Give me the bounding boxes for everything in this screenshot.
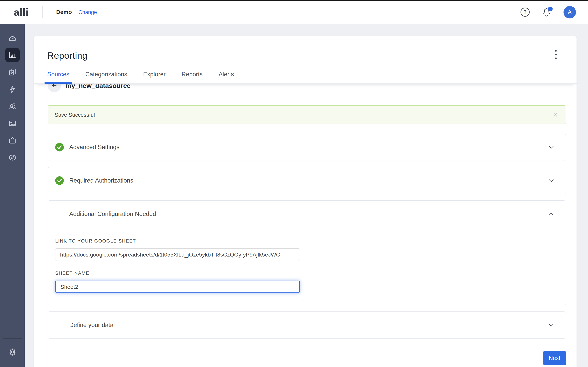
chevron-up-icon bbox=[548, 210, 555, 218]
reporting-card: Reporting Sources Categorizations Explor… bbox=[34, 36, 577, 367]
bar-chart-icon bbox=[8, 50, 17, 59]
client-switcher: Demo Change bbox=[56, 9, 97, 15]
alert-message: Save Successful bbox=[55, 112, 95, 118]
kebab-menu-button[interactable] bbox=[554, 49, 558, 60]
avatar[interactable]: A bbox=[563, 6, 576, 18]
sidebar-item-audiences[interactable] bbox=[5, 99, 20, 113]
sidebar-item-commerce[interactable] bbox=[5, 133, 20, 148]
accordion-title: Additional Configuration Needed bbox=[69, 210, 156, 217]
topbar-actions: ? A bbox=[520, 6, 588, 18]
check-circle-icon bbox=[55, 176, 64, 185]
accordion-title: Define your data bbox=[69, 322, 113, 329]
check-circle-icon bbox=[55, 143, 64, 151]
tab-explorer[interactable]: Explorer bbox=[143, 71, 165, 83]
field-google-sheet-link: LINK TO YOUR GOOGLE SHEET bbox=[55, 238, 558, 261]
tab-sources[interactable]: Sources bbox=[47, 71, 69, 83]
accordion-advanced-settings: Advanced Settings bbox=[48, 133, 566, 161]
sheet-name-input[interactable] bbox=[55, 281, 300, 293]
sidebar-item-activations[interactable] bbox=[5, 82, 20, 96]
chevron-down-icon bbox=[548, 321, 555, 329]
configuration-form: LINK TO YOUR GOOGLE SHEET SHEET NAME bbox=[48, 227, 566, 305]
sidebar-item-planning[interactable] bbox=[5, 150, 20, 165]
image-icon bbox=[8, 119, 17, 128]
clipboard-check-icon bbox=[8, 67, 17, 76]
sidebar-footer bbox=[0, 338, 25, 367]
sidebar-item-reporting[interactable] bbox=[5, 48, 20, 62]
accordion-header[interactable]: Additional Configuration Needed bbox=[48, 200, 566, 227]
next-button[interactable]: Next bbox=[543, 351, 566, 365]
accordion-title: Required Authorizations bbox=[69, 177, 133, 184]
top-bar: alli Demo Change ? A bbox=[0, 0, 588, 24]
footer-actions: Next bbox=[48, 351, 566, 367]
field-label: LINK TO YOUR GOOGLE SHEET bbox=[55, 238, 558, 244]
notification-badge bbox=[548, 7, 553, 11]
field-label: SHEET NAME bbox=[55, 270, 558, 276]
accordion-title: Advanced Settings bbox=[69, 144, 120, 151]
alli-logo[interactable]: alli bbox=[14, 6, 29, 18]
accordion-additional-configuration: Additional Configuration Needed LINK TO … bbox=[48, 200, 566, 305]
chevron-down-icon bbox=[548, 143, 555, 151]
topbar-divider bbox=[42, 6, 43, 18]
card-header: Reporting Sources Categorizations Explor… bbox=[34, 36, 577, 84]
lightning-icon bbox=[8, 85, 17, 94]
google-sheet-link-input[interactable] bbox=[55, 248, 300, 261]
sidebar-item-tasks[interactable] bbox=[5, 65, 20, 79]
accordion-define-your-data: Define your data bbox=[48, 311, 566, 339]
notifications-button[interactable] bbox=[542, 7, 552, 17]
card-content: my_new_datasource Save Successful × A bbox=[34, 79, 577, 367]
main-content: Reporting Sources Categorizations Explor… bbox=[25, 24, 588, 367]
dashboard-gauge-icon bbox=[8, 33, 17, 42]
field-sheet-name: SHEET NAME bbox=[55, 270, 558, 293]
change-client-link[interactable]: Change bbox=[78, 9, 97, 15]
sidebar-nav bbox=[0, 24, 25, 367]
people-icon bbox=[8, 102, 17, 111]
sidebar-divider bbox=[3, 338, 22, 339]
tab-reports[interactable]: Reports bbox=[182, 71, 203, 83]
close-icon[interactable]: × bbox=[552, 111, 559, 119]
success-alert: Save Successful × bbox=[48, 105, 566, 124]
accordion-required-authorizations: Required Authorizations bbox=[48, 167, 566, 194]
settings-gear-icon bbox=[8, 348, 17, 357]
accordion-header[interactable]: Define your data bbox=[48, 312, 566, 338]
accordion-header[interactable]: Required Authorizations bbox=[48, 167, 566, 194]
sidebar-item-creative[interactable] bbox=[5, 116, 20, 131]
compass-icon bbox=[8, 153, 17, 162]
client-name: Demo bbox=[56, 9, 72, 15]
chevron-down-icon bbox=[548, 177, 555, 184]
bag-icon bbox=[8, 136, 17, 145]
help-icon[interactable]: ? bbox=[520, 8, 530, 17]
accordion-header[interactable]: Advanced Settings bbox=[48, 134, 566, 161]
sidebar-item-settings[interactable] bbox=[5, 345, 20, 359]
logo-container[interactable]: alli bbox=[0, 6, 42, 18]
tab-categorizations[interactable]: Categorizations bbox=[85, 71, 127, 83]
tabs-row: Sources Categorizations Explorer Reports… bbox=[34, 71, 577, 84]
sidebar-item-dashboard[interactable] bbox=[5, 31, 20, 45]
tab-alerts[interactable]: Alerts bbox=[218, 71, 234, 83]
page-title: Reporting bbox=[47, 50, 565, 61]
